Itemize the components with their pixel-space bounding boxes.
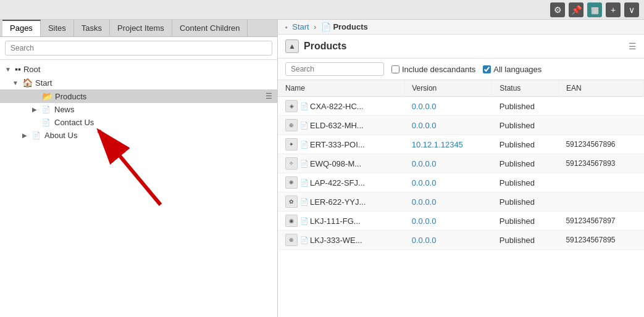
status-text: Published (500, 236, 535, 245)
filter-search (285, 62, 384, 76)
expander-icon: ▼ (12, 80, 20, 86)
col-status: Status (492, 80, 559, 97)
cell-status: Published (492, 192, 559, 212)
status-text: Published (500, 159, 535, 168)
tabs-bar: Pages Sites Tasks Project Items Content … (0, 20, 277, 37)
content-search-input[interactable] (285, 62, 384, 76)
cell-name: ✿ 📄 LER-622-YYJ... (278, 192, 404, 212)
tree-news[interactable]: ▶ 📄 News (0, 103, 277, 116)
breadcrumb-doc-icon: 📄 (321, 22, 333, 31)
include-descendants-checkbox[interactable] (391, 65, 399, 73)
tree-about-us[interactable]: ▶ 📄 About Us (0, 129, 277, 142)
about-us-label: About Us (44, 131, 77, 140)
version-text: 0.0.0.0 (412, 159, 437, 168)
tree-start[interactable]: ▼ 🏠 Start (0, 76, 277, 89)
search-input[interactable] (5, 41, 272, 56)
cell-ean (558, 116, 643, 135)
table-row[interactable]: ❋ 📄 LAP-422-SFJ... 0.0.0.0 Published (278, 173, 644, 192)
all-languages-option[interactable]: All languages (483, 65, 542, 74)
cell-status: Published (492, 173, 559, 192)
table-header-row: Name Version Status EAN (278, 80, 644, 97)
tree-contact-us[interactable]: 📄 Contact Us (0, 116, 277, 129)
table-row[interactable]: ◈ 📄 CXA-822-HC... 0.0.0.0 Published (278, 97, 644, 116)
status-text: Published (500, 197, 535, 207)
products-menu-icon[interactable]: ☰ (266, 92, 272, 101)
chevron-down-icon[interactable]: ∨ (624, 2, 639, 17)
tab-project-items[interactable]: Project Items (110, 20, 172, 36)
expander-icon: ▼ (5, 66, 12, 73)
table-row[interactable]: ✦ 📄 ERT-333-POI... 10.12.1.12345 Publish… (278, 135, 644, 154)
table-row[interactable]: ⊕ 📄 ELD-632-MH... 0.0.0.0 Published (278, 116, 644, 135)
content-header: ▲ Products ☰ (278, 35, 644, 59)
version-text: 0.0.0.0 (412, 102, 437, 111)
expander-icon: ▶ (22, 132, 30, 139)
tab-sites[interactable]: Sites (41, 20, 74, 36)
status-text: Published (500, 140, 535, 149)
item-name-text: CXA-822-HC... (310, 102, 364, 111)
version-text: 10.12.1.12345 (412, 140, 463, 149)
cell-version: 0.0.0.0 (404, 231, 492, 250)
item-name-text: LKJ-333-WE... (310, 236, 362, 245)
version-text: 0.0.0.0 (412, 121, 437, 130)
breadcrumb: ▪ Start › 📄 Products (278, 20, 644, 35)
start-label: Start (35, 78, 52, 88)
status-text: Published (500, 121, 535, 130)
cell-ean (558, 192, 643, 212)
root-label: Root (23, 65, 40, 74)
doc-icon: 📄 (300, 217, 309, 225)
table-row[interactable]: ✧ 📄 EWQ-098-M... 0.0.0.0 Published 59123… (278, 154, 644, 173)
cell-ean (558, 97, 643, 116)
doc-icon: 📄 (300, 141, 309, 149)
tab-pages[interactable]: Pages (2, 20, 41, 36)
version-text: 0.0.0.0 (412, 236, 437, 245)
top-bar: ⚙ 📌 ▦ + ∨ (0, 0, 644, 20)
cell-version: 0.0.0.0 (404, 173, 492, 192)
pin-icon[interactable]: 📌 (569, 2, 583, 17)
table-row[interactable]: ✿ 📄 LER-622-YYJ... 0.0.0.0 Published (278, 192, 644, 212)
item-icon: ✦ (285, 138, 298, 150)
table-area: Name Version Status EAN ◈ 📄 CXA-822-HC..… (278, 80, 644, 317)
tree-products[interactable]: 📂 Products ☰ (0, 89, 277, 103)
include-descendants-label: Include descandants (402, 65, 475, 74)
item-name-text: LKJ-111-FG... (310, 216, 361, 226)
cell-version: 0.0.0.0 (404, 116, 492, 135)
cell-version: 0.0.0.0 (404, 154, 492, 173)
cell-version: 0.0.0.0 (404, 212, 492, 231)
table-row[interactable]: ◉ 📄 LKJ-111-FG... 0.0.0.0 Published 5912… (278, 212, 644, 231)
table-row[interactable]: ⊗ 📄 LKJ-333-WE... 0.0.0.0 Published 5912… (278, 231, 644, 250)
sort-icon[interactable]: ☰ (629, 41, 637, 51)
item-icon: ✧ (285, 157, 298, 170)
item-name-text: ELD-632-MH... (310, 121, 364, 130)
tab-tasks[interactable]: Tasks (74, 20, 110, 36)
left-panel: Pages Sites Tasks Project Items Content … (0, 20, 278, 317)
grid-icon[interactable]: ▦ (587, 2, 602, 17)
include-descendants-option[interactable]: Include descandants (391, 65, 475, 74)
doc-icon: 📄 (300, 236, 309, 244)
version-text: 0.0.0.0 (412, 197, 437, 207)
item-name-text: EWQ-098-M... (310, 159, 361, 168)
main-layout: Pages Sites Tasks Project Items Content … (0, 20, 644, 317)
item-name-text: LER-622-YYJ... (310, 197, 366, 207)
item-name-text: ERT-333-POI... (310, 140, 365, 149)
cell-ean: 591234567895 (558, 231, 643, 250)
all-languages-checkbox[interactable] (483, 65, 491, 73)
gear-icon[interactable]: ⚙ (550, 2, 565, 17)
cell-name: ⊕ 📄 ELD-632-MH... (278, 116, 404, 135)
cell-ean: 591234567893 (558, 154, 643, 173)
item-icon: ◉ (285, 215, 298, 227)
products-table: Name Version Status EAN ◈ 📄 CXA-822-HC..… (278, 80, 644, 250)
tree-root[interactable]: ▼ ▪▪ Root (0, 62, 277, 76)
content-title: Products (304, 41, 624, 52)
col-ean: EAN (558, 80, 643, 97)
plus-icon[interactable]: + (606, 2, 621, 17)
contact-us-label: Contact Us (54, 118, 94, 127)
cell-ean: 591234567896 (558, 135, 643, 154)
item-icon: ❋ (285, 176, 298, 189)
tab-content-children[interactable]: Content Children (172, 20, 248, 36)
up-button[interactable]: ▲ (285, 39, 299, 53)
breadcrumb-start[interactable]: Start (292, 22, 309, 31)
root-folder-icon: ▪▪ (15, 64, 21, 74)
status-text: Published (500, 102, 535, 111)
doc-icon: 📄 (300, 102, 309, 110)
cell-status: Published (492, 135, 559, 154)
